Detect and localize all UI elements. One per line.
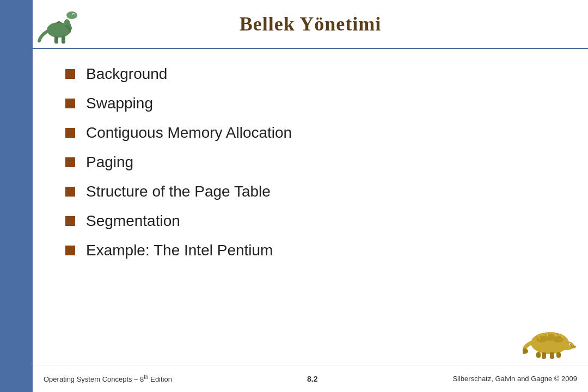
- list-item-1: Background: [65, 65, 577, 83]
- footer-copyright: Silberschatz, Galvin and Gagne © 2009: [452, 375, 577, 383]
- list-item-4: Paging: [65, 154, 577, 171]
- footer: Operating System Concepts – 8th Edition …: [33, 365, 588, 392]
- bullet-icon-1: [65, 69, 75, 79]
- sidebar-accent: [0, 0, 33, 392]
- list-item-3: Contiguous Memory Allocation: [65, 124, 577, 142]
- list-item-6: Segmentation: [65, 212, 577, 230]
- list-item-text-3: Contiguous Memory Allocation: [86, 124, 292, 142]
- main-content: Background Swapping Contiguous Memory Al…: [44, 54, 577, 359]
- list-item-text-1: Background: [86, 65, 167, 83]
- svg-point-13: [570, 344, 571, 345]
- bullet-icon-6: [65, 216, 75, 226]
- page-title: Bellek Yönetimi: [240, 13, 382, 35]
- footer-edition: Operating System Concepts – 8th Edition: [44, 374, 172, 383]
- list-item-2: Swapping: [65, 95, 577, 112]
- svg-rect-18: [536, 352, 541, 358]
- svg-point-14: [571, 345, 576, 348]
- list-item-7: Example: The Intel Pentium: [65, 242, 577, 259]
- svg-rect-19: [556, 352, 561, 358]
- list-item-text-2: Swapping: [86, 95, 153, 112]
- list-item-text-5: Structure of the Page Table: [86, 183, 271, 200]
- bullet-icon-5: [65, 187, 75, 197]
- bullet-icon-4: [65, 157, 75, 167]
- bullet-list: Background Swapping Contiguous Memory Al…: [65, 65, 577, 259]
- svg-rect-17: [550, 352, 554, 359]
- svg-point-15: [523, 348, 528, 354]
- bullet-icon-2: [65, 99, 75, 108]
- header: Bellek Yönetimi: [33, 0, 588, 49]
- bullet-icon-7: [65, 246, 75, 255]
- footer-page-number: 8.2: [307, 375, 317, 383]
- list-item-text-4: Paging: [86, 154, 133, 171]
- svg-rect-16: [542, 352, 546, 359]
- list-item-text-6: Segmentation: [86, 212, 180, 230]
- list-item-5: Structure of the Page Table: [65, 183, 577, 200]
- bullet-icon-3: [65, 128, 75, 138]
- dino-bottom-right-illustration: [523, 318, 577, 362]
- list-item-text-7: Example: The Intel Pentium: [86, 242, 273, 259]
